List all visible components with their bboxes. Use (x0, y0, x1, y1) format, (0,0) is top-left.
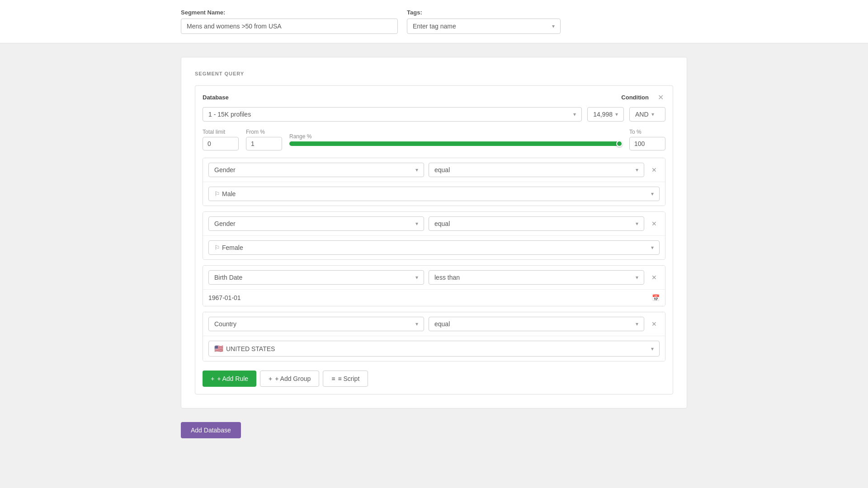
rule-value-gender-female[interactable]: ⚐ Female ▾ (208, 240, 660, 255)
rule-operator-label: less than (434, 274, 460, 281)
person-icon: ⚐ (214, 190, 220, 197)
profiles-chevron-icon: ▾ (573, 111, 576, 117)
rule-operator-country[interactable]: equal ▾ (429, 317, 644, 331)
rule-field-birthdate[interactable]: Birth Date ▾ (208, 270, 424, 285)
add-database-button[interactable]: Add Database (181, 422, 241, 438)
range-slider[interactable] (289, 141, 622, 146)
rule-block-gender-female: Gender ▾ equal ▾ ✕ ⚐ (203, 211, 665, 260)
rule-value-gender-male[interactable]: ⚐ Male ▾ (208, 187, 660, 201)
condition-chevron-icon: ▾ (651, 111, 654, 117)
rule-field-chevron-icon: ▾ (415, 221, 418, 227)
rule-close-button-country[interactable]: ✕ (649, 319, 660, 329)
tags-chevron-icon: ▾ (552, 23, 555, 29)
date-value: 1967-01-01 (208, 294, 241, 301)
total-limit-label: Total limit (203, 129, 239, 135)
database-close-button[interactable]: ✕ (656, 93, 665, 102)
add-rule-button[interactable]: + + Add Rule (203, 371, 256, 387)
tags-placeholder: Enter tag name (413, 23, 456, 30)
rule-value-label: UNITED STATES (226, 345, 275, 352)
script-button[interactable]: ≡ ≡ Script (323, 371, 368, 387)
total-limit-input[interactable] (203, 137, 239, 150)
database-label: Database (203, 94, 229, 101)
profiles-select[interactable]: 1 - 15K profiles ▾ (203, 107, 582, 122)
script-label: ≡ Script (338, 375, 359, 382)
condition-label: Condition (621, 94, 649, 101)
rule-close-button-gender-female[interactable]: ✕ (649, 219, 660, 229)
rule-operator-label: equal (434, 220, 450, 227)
segment-name-label: Segment Name: (181, 9, 398, 16)
close-icon: ✕ (651, 320, 657, 328)
rule-value-label: Female (222, 244, 243, 251)
rule-field-chevron-icon: ▾ (415, 167, 418, 173)
add-group-button[interactable]: + + Add Group (260, 371, 319, 387)
rule-operator-gender-male[interactable]: equal ▾ (429, 163, 644, 177)
add-group-label: + Add Group (275, 375, 311, 382)
close-icon: ✕ (658, 94, 664, 101)
add-rule-label: + Add Rule (217, 375, 248, 382)
rule-operator-label: equal (434, 320, 450, 328)
to-label: To % (629, 129, 665, 135)
condition-value: AND (635, 111, 649, 118)
rule-operator-label: equal (434, 166, 450, 174)
rule-operator-birthdate[interactable]: less than ▾ (429, 270, 644, 285)
to-input[interactable] (629, 137, 665, 150)
profiles-count-value: 14,998 (593, 111, 613, 118)
rule-operator-chevron-icon: ▾ (636, 221, 638, 227)
rule-block-gender-male: Gender ▾ equal ▾ ✕ ⚐ (203, 158, 665, 206)
calendar-icon[interactable]: 📅 (652, 294, 660, 301)
rule-operator-chevron-icon: ▾ (636, 274, 638, 281)
tags-label: Tags: (407, 9, 561, 16)
rule-block-birthdate: Birth Date ▾ less than ▾ ✕ 1967-01-01 (203, 265, 665, 306)
tags-input[interactable]: Enter tag name ▾ (407, 19, 561, 34)
rule-value-chevron-icon: ▾ (651, 346, 654, 352)
condition-select[interactable]: AND ▾ (629, 107, 665, 122)
rule-field-gender-female[interactable]: Gender ▾ (208, 216, 424, 231)
actions-row: + + Add Rule + + Add Group ≡ ≡ Script (203, 371, 665, 387)
segment-query-section: SEGMENT QUERY Database Condition ✕ 1 - (181, 57, 687, 408)
rule-field-label: Gender (214, 166, 236, 174)
close-icon: ✕ (651, 220, 657, 227)
from-input[interactable] (246, 137, 282, 150)
close-icon: ✕ (651, 166, 657, 174)
segment-name-input[interactable] (181, 19, 398, 34)
add-rule-icon: + (211, 375, 214, 382)
tags-group: Tags: Enter tag name ▾ (407, 9, 561, 34)
rule-value-chevron-icon: ▾ (651, 244, 654, 251)
rule-close-button-birthdate[interactable]: ✕ (649, 272, 660, 282)
from-label: From % (246, 129, 282, 135)
rule-field-chevron-icon: ▾ (415, 321, 418, 327)
rule-block-country: Country ▾ equal ▾ ✕ 🇺🇸 (203, 312, 665, 361)
add-group-icon: + (269, 375, 272, 382)
profiles-count-chevron-icon: ▾ (615, 111, 618, 117)
rule-field-label: Birth Date (214, 274, 242, 281)
range-handle[interactable] (616, 141, 623, 147)
rule-close-button-gender-male[interactable]: ✕ (649, 165, 660, 175)
rule-field-country[interactable]: Country ▾ (208, 317, 424, 331)
rules-container: Gender ▾ equal ▾ ✕ ⚐ (203, 158, 665, 361)
rule-value-label: Male (222, 190, 236, 197)
section-title: SEGMENT QUERY (195, 71, 673, 76)
rule-value-country[interactable]: 🇺🇸 UNITED STATES ▾ (208, 341, 660, 357)
rule-operator-chevron-icon: ▾ (636, 167, 638, 173)
person-icon: ⚐ (214, 244, 220, 251)
rule-value-chevron-icon: ▾ (651, 191, 654, 197)
close-icon: ✕ (651, 274, 657, 281)
rule-field-gender-male[interactable]: Gender ▾ (208, 163, 424, 177)
flag-icon: 🇺🇸 (214, 344, 223, 353)
profiles-option: 1 - 15K profiles (208, 111, 251, 118)
database-block: Database Condition ✕ 1 - 15K profiles ▾ (195, 85, 673, 394)
rule-field-label: Country (214, 320, 236, 328)
rule-operator-chevron-icon: ▾ (636, 321, 638, 327)
script-icon: ≡ (331, 375, 335, 382)
rule-operator-gender-female[interactable]: equal ▾ (429, 216, 644, 231)
rule-field-chevron-icon: ▾ (415, 274, 418, 281)
rule-field-label: Gender (214, 220, 236, 227)
segment-name-group: Segment Name: (181, 9, 398, 34)
range-label: Range % (289, 133, 622, 140)
add-database-label: Add Database (191, 427, 231, 434)
profiles-count: 14,998 ▾ (587, 107, 624, 122)
